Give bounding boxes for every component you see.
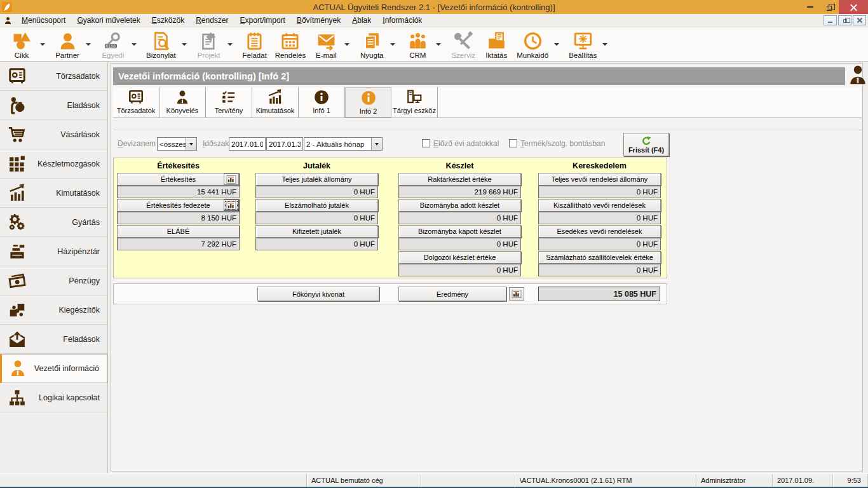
- bizomanyba-adott-button[interactable]: Bizományba adott készlet: [398, 199, 521, 212]
- toolbar-nyugta-button[interactable]: Nyugta: [355, 30, 388, 59]
- toolbar-crm-dropdown[interactable]: [434, 32, 443, 57]
- close-icon: [857, 18, 862, 23]
- controlling-form: Vezetői információ (kontrolling) [Infó 2…: [111, 63, 863, 471]
- sidebar-item-vasarlasok[interactable]: Vásárlások: [0, 120, 107, 149]
- refresh-button[interactable]: Frissít (F4): [623, 133, 669, 156]
- product-split-checkbox[interactable]: [509, 139, 517, 147]
- sidebar-item-gyartas[interactable]: Gyártás: [0, 208, 107, 237]
- chart-button[interactable]: [509, 287, 524, 301]
- sidebar-item-vezetoi-informacio[interactable]: Vezetői információ: [0, 354, 107, 383]
- kifizetett-jutalek-button[interactable]: Kifizetett jutalék: [255, 225, 378, 238]
- esedekes-rendelesek-button[interactable]: Esedékes vevői rendelések: [538, 225, 661, 238]
- mdi-close-button[interactable]: [853, 15, 866, 25]
- elabe-button[interactable]: ELÁBÉ: [117, 225, 240, 238]
- window-minimize-button[interactable]: [801, 0, 820, 14]
- period-preset-select[interactable]: 2 - Aktuális hónap: [304, 137, 383, 151]
- metric-pair: Értékesítés fedezete 8 150 HUF: [117, 199, 240, 224]
- date-to-input[interactable]: [266, 137, 303, 151]
- kiszallithato-rendelesek-button[interactable]: Kiszállítható vevői rendelések: [538, 199, 661, 212]
- result-total-value: 15 085 HUF: [538, 287, 660, 301]
- teljes-vevoi-rendelesi-button[interactable]: Teljes vevői rendelési állomány: [538, 173, 661, 186]
- toolbar-munkaido-button[interactable]: Munkaidő: [513, 30, 552, 59]
- sidebar-item-kimutatasok[interactable]: Kimutatások: [0, 179, 107, 208]
- chart-button[interactable]: [224, 173, 239, 185]
- toolbar-cikk-dropdown[interactable]: [38, 32, 47, 57]
- info-circle-icon: [360, 90, 377, 106]
- window-close-button[interactable]: [839, 0, 868, 14]
- application-window: { "window": { "title": "ACTUAL Ügyviteli…: [0, 0, 868, 488]
- tab-info-2[interactable]: Infó 2: [345, 87, 391, 118]
- mdi-restore-button[interactable]: [838, 15, 851, 25]
- toolbar-egyedi-dropdown[interactable]: [130, 32, 139, 57]
- currency-select[interactable]: <összes>: [157, 137, 197, 151]
- sidebar-item-logikai-kapcsolat[interactable]: Logikai kapcsolat: [0, 383, 107, 412]
- toolbar-bizonylat-button[interactable]: Bizonylat: [142, 30, 180, 59]
- toolbar-nyugta-dropdown[interactable]: [388, 32, 397, 57]
- chart-button[interactable]: [224, 200, 239, 211]
- sidebar-item-torzsadatok[interactable]: Törzsadatok: [0, 62, 107, 91]
- toolbar-beallitas-button[interactable]: Beállítás: [565, 30, 600, 59]
- menu-bovitmenyek[interactable]: Bővítmények: [291, 15, 346, 26]
- mdi-minimize-button[interactable]: [824, 15, 837, 25]
- sidebar-item-penzugy[interactable]: Pénzügy: [0, 266, 107, 295]
- toolbar-email-dropdown[interactable]: [342, 32, 351, 57]
- send-envelope-icon: [8, 330, 27, 349]
- tools-icon: [454, 31, 473, 51]
- toolbar-projekt-dropdown[interactable]: [226, 32, 234, 57]
- toolbar-crm-button[interactable]: CRM: [401, 30, 434, 59]
- tab-torzsadatok[interactable]: Törzsadatok: [113, 87, 159, 118]
- elszamolhato-jutalek-button[interactable]: Elszámolható jutalék: [255, 199, 378, 212]
- menu-rendszer[interactable]: Rendszer: [190, 15, 234, 26]
- szamlazhato-szallitolevelek-button[interactable]: Számlázható szállítólevelek értéke: [538, 251, 661, 264]
- safe-icon: [128, 89, 144, 105]
- ertekesites-fedezete-button[interactable]: Értékesítés fedezete: [117, 199, 240, 212]
- sidebar-item-hazipenztar[interactable]: Házipénztár: [0, 237, 107, 266]
- tab-kimutatasok[interactable]: Kimutatások: [252, 87, 299, 118]
- menu-gyakori-muveletek[interactable]: Gyakori műveletek: [71, 15, 146, 26]
- gears-icon: [8, 213, 27, 232]
- fokonyvi-kivonat-button[interactable]: Főkönyvi kivonat: [257, 287, 379, 301]
- toolbar-partner-dropdown[interactable]: [84, 32, 93, 57]
- tab-info-1[interactable]: Infó 1: [299, 87, 345, 118]
- filter-bar: Devizanem <összes> Időszak 2 - Aktuális …: [113, 130, 862, 158]
- sidebar-item-eladasok[interactable]: Eladások: [0, 91, 107, 120]
- tab-targyi-eszkoz[interactable]: Tárgyi eszköz: [391, 87, 438, 118]
- tab-konyveles[interactable]: Könyvelés: [159, 87, 206, 118]
- date-from-input[interactable]: [229, 137, 266, 151]
- toolbar-rendeles-button[interactable]: Rendelés: [271, 30, 310, 59]
- raktarkeszlet-button[interactable]: Raktárkészlet értéke: [398, 173, 521, 186]
- currency-label: Devizanem: [118, 139, 156, 148]
- teljes-jutalek-button[interactable]: Teljes jutalék állomány: [255, 173, 378, 186]
- eredmeny-button[interactable]: Eredmény: [398, 287, 506, 301]
- chevron-down-icon: [40, 43, 45, 46]
- column-header: Jutalék: [255, 159, 378, 173]
- status-company: ACTUAL bemutató cég: [307, 474, 421, 487]
- toolbar-feladat-button[interactable]: Feladat: [238, 30, 271, 59]
- menu-informaciok[interactable]: Információk: [377, 15, 428, 26]
- menu-ablak[interactable]: Ablak: [346, 15, 377, 26]
- sidebar-item-kiegeszitok[interactable]: Kiegészítők: [0, 295, 107, 325]
- toolbar-bizonylat-dropdown[interactable]: [180, 32, 189, 57]
- ertekesites-button[interactable]: Értékesítés: [117, 173, 240, 186]
- toolbar-beallitas-dropdown[interactable]: [600, 32, 609, 57]
- tab-terv-teny[interactable]: Terv/tény: [206, 87, 252, 118]
- prev-year-checkbox[interactable]: [422, 139, 430, 147]
- menu-eszkozok[interactable]: Eszközök: [146, 15, 190, 26]
- toolbar-email-button[interactable]: E-mail: [309, 30, 342, 59]
- metric-value: 8 150 HUF: [117, 212, 240, 224]
- menu-menucsoport[interactable]: Menücsoport: [16, 15, 71, 26]
- sidebar-item-feladasok[interactable]: Feladások: [0, 325, 107, 354]
- user-icon: [4, 16, 12, 25]
- toolbar-partner-button[interactable]: Partner: [51, 30, 84, 59]
- toolbar-iktatas-button[interactable]: Iktatás: [480, 30, 513, 59]
- menu-export-import[interactable]: Export/import: [234, 15, 291, 26]
- dropdown-arrow-icon: [371, 138, 382, 150]
- toolbar-cikk-button[interactable]: Cikk: [5, 30, 38, 59]
- dolgozoi-keszlet-button[interactable]: Dolgozói készlet értéke: [398, 251, 521, 264]
- bizomanyba-kapott-button[interactable]: Bizományba kapott készlet: [398, 225, 521, 238]
- sidebar-item-keszletmozgasok[interactable]: Készletmozgások: [0, 149, 107, 179]
- metric-value: 0 HUF: [538, 212, 661, 224]
- toolbar-munkaido-dropdown[interactable]: [552, 32, 561, 57]
- window-restore-button[interactable]: [820, 0, 839, 14]
- metric-pair: Értékesítés 15 441 HUF: [117, 173, 240, 198]
